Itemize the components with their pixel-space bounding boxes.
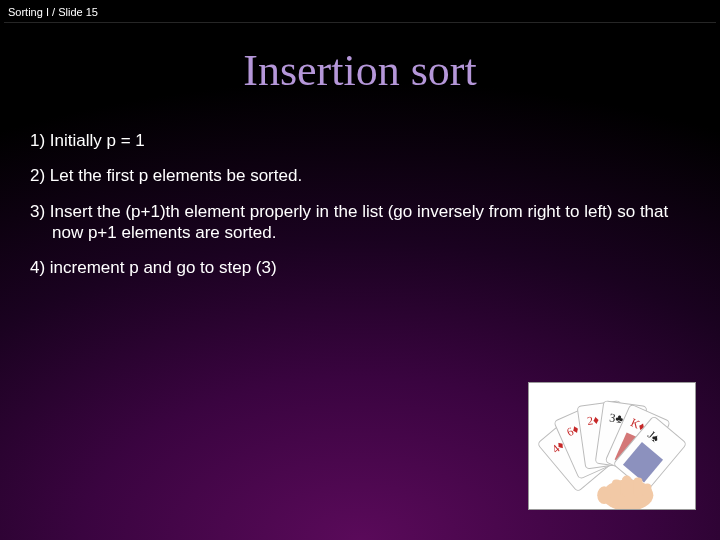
svg-point-20 xyxy=(597,486,611,504)
course-name: Sorting I xyxy=(8,6,49,18)
svg-rect-16 xyxy=(622,476,632,498)
slide-header: Sorting I / Slide 15 xyxy=(0,0,720,22)
step-item: 2) Let the first p elements be sorted. xyxy=(30,165,690,186)
step-item: 3) Insert the (p+1)th element properly i… xyxy=(30,201,690,244)
slide-title: Insertion sort xyxy=(0,45,720,96)
algorithm-steps: 1) Initially p = 1 2) Let the first p el… xyxy=(0,130,720,278)
step-item: 4) increment p and go to step (3) xyxy=(30,257,690,278)
svg-rect-19 xyxy=(644,483,652,497)
step-item: 1) Initially p = 1 xyxy=(30,130,690,151)
header-rule xyxy=(4,22,716,23)
svg-rect-18 xyxy=(612,479,621,497)
cards-icon: 4♦ 6♦ 2♦ 3♣ K♦ J♠ xyxy=(529,383,695,509)
slide-number: Slide 15 xyxy=(58,6,98,18)
header-separator: / xyxy=(52,6,55,18)
svg-text:2♦: 2♦ xyxy=(586,412,600,428)
svg-rect-17 xyxy=(634,478,643,498)
playing-cards-image: 4♦ 6♦ 2♦ 3♣ K♦ J♠ xyxy=(528,382,696,510)
